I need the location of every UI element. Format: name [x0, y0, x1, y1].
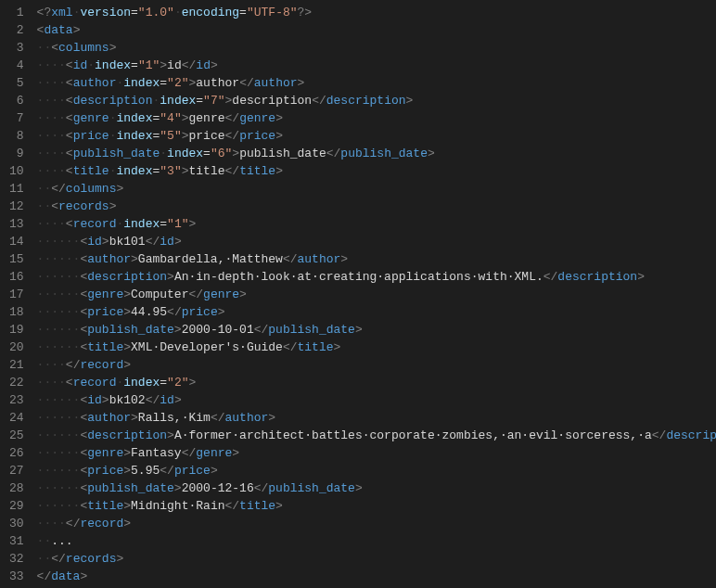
xml-text: price	[189, 129, 225, 143]
code-line[interactable]: ······<price>44.95</price>	[37, 303, 716, 321]
xml-pi-close: ?>	[298, 6, 313, 19]
xml-tag-close: description	[326, 94, 406, 108]
indent-whitespace: ····	[37, 517, 66, 530]
code-line[interactable]: ····<record·index="1">	[37, 215, 716, 233]
xml-tag-open: data	[44, 23, 72, 37]
line-number: 13	[9, 215, 24, 233]
code-line[interactable]: ····</record>	[37, 356, 716, 374]
xml-tag-close: price	[174, 464, 211, 478]
code-line[interactable]: ······<id>bk102</id>	[37, 391, 716, 409]
xml-tag-close: records	[66, 552, 117, 566]
xml-tag-open: description	[87, 428, 167, 442]
line-number: 22	[9, 374, 24, 391]
line-number: 30	[9, 515, 24, 532]
code-line[interactable]: ······<description>An·in-depth·look·at·c…	[37, 268, 716, 286]
xml-tag-close: price	[182, 305, 218, 319]
code-line[interactable]: ······<title>XML·Developer's·Guide</titl…	[37, 339, 716, 356]
code-content[interactable]: <?xml·version="1.0"·encoding="UTF-8"?><d…	[37, 0, 716, 588]
xml-tag-open: id	[87, 235, 102, 249]
indent-whitespace: ······	[37, 270, 81, 284]
xml-tag-open: records	[58, 199, 109, 213]
xml-tag-close: genre	[239, 111, 275, 125]
indent-whitespace: ······	[37, 323, 81, 337]
indent-whitespace: ····	[37, 58, 66, 72]
code-editor[interactable]: 1234567891011121314151617181920212223242…	[0, 0, 716, 588]
xml-tag-open: author	[73, 76, 117, 90]
code-line[interactable]: ······<id>bk101</id>	[37, 233, 716, 250]
line-number: 25	[9, 427, 24, 444]
line-number: 17	[9, 286, 24, 303]
line-number: 8	[9, 127, 24, 145]
xml-text: 2000-10-01	[182, 323, 254, 337]
xml-attr-value: "4"	[160, 111, 181, 125]
code-line[interactable]: ··<columns>	[37, 39, 716, 57]
xml-text: Ralls,·Kim	[138, 411, 211, 425]
code-line[interactable]: ······<genre>Computer</genre>	[37, 286, 716, 303]
xml-text: 5.95	[131, 464, 160, 478]
indent-whitespace: ······	[37, 340, 81, 354]
xml-text: author	[196, 76, 239, 90]
code-line[interactable]: ··</columns>	[37, 180, 716, 198]
code-line[interactable]: ······<publish_date>2000-10-01</publish_…	[37, 321, 716, 339]
xml-text: An·in-depth·look·at·creating·application…	[174, 270, 543, 284]
xml-attr-name: index	[123, 217, 160, 231]
line-number: 12	[9, 198, 24, 215]
code-line[interactable]: ····<genre·index="4">genre</genre>	[37, 109, 716, 127]
code-line[interactable]: ····<publish_date·index="6">publish_date…	[37, 145, 716, 162]
indent-whitespace: ····	[37, 164, 66, 178]
xml-tag-close: publish_date	[268, 481, 355, 495]
code-line[interactable]: <data>	[37, 21, 716, 39]
indent-whitespace: ····	[37, 217, 66, 231]
code-line[interactable]: ····<id·index="1">id</id>	[37, 57, 716, 74]
xml-tag-open: publish_date	[87, 323, 174, 337]
xml-tag-open: genre	[73, 111, 109, 125]
code-line[interactable]: ····<author·index="2">author</author>	[37, 74, 716, 92]
xml-text: bk101	[109, 235, 146, 249]
line-number: 23	[9, 391, 24, 409]
xml-tag-close: description	[557, 270, 637, 284]
code-line[interactable]: ······<author>Gambardella,·Matthew</auth…	[37, 250, 716, 268]
xml-tag-close: record	[80, 358, 123, 372]
indent-whitespace: ··	[37, 534, 52, 548]
code-line[interactable]: ····<title·index="3">title</title>	[37, 162, 716, 180]
xml-attr-value: "UTF-8"	[247, 6, 298, 19]
indent-whitespace: ······	[37, 446, 81, 460]
indent-whitespace: ······	[37, 481, 81, 495]
indent-whitespace: ··	[37, 199, 52, 213]
xml-tag-close: publish_date	[340, 147, 428, 160]
xml-tag-close: author	[224, 411, 268, 425]
code-line[interactable]: ····<price·index="5">price</price>	[37, 127, 716, 145]
indent-whitespace: ··	[37, 552, 52, 566]
code-line[interactable]: <?xml·version="1.0"·encoding="UTF-8"?>	[37, 4, 716, 21]
xml-attr-name: index	[95, 58, 131, 72]
code-line[interactable]: ······<genre>Fantasy</genre>	[37, 444, 716, 462]
xml-tag-open: price	[73, 129, 109, 143]
code-line[interactable]: ······<author>Ralls,·Kim</author>	[37, 409, 716, 427]
code-line[interactable]: ··</records>	[37, 550, 716, 568]
xml-tag-close: columns	[66, 182, 117, 196]
code-line[interactable]: ······<publish_date>2000-12-16</publish_…	[37, 479, 716, 497]
xml-tag-open: publish_date	[87, 481, 174, 495]
indent-whitespace: ······	[37, 235, 81, 249]
code-line[interactable]: </data>	[37, 568, 716, 585]
xml-tag-close: title	[239, 164, 275, 178]
code-line[interactable]: ····</record>	[37, 515, 716, 532]
line-number: 31	[9, 532, 24, 550]
xml-tag-open: author	[87, 411, 131, 425]
xml-attr-name: index	[116, 111, 152, 125]
code-line[interactable]: ······<title>Midnight·Rain</title>	[37, 497, 716, 515]
code-line[interactable]: ······<price>5.95</price>	[37, 462, 716, 479]
xml-tag-open: genre	[87, 446, 123, 460]
xml-attr-value: "1"	[138, 58, 160, 72]
xml-attr-value: "6"	[211, 147, 232, 160]
xml-text: publish_date	[239, 147, 326, 160]
xml-attr-value: "1"	[167, 217, 188, 231]
line-number: 26	[9, 444, 24, 462]
code-line[interactable]: ··<records>	[37, 198, 716, 215]
code-line[interactable]: ··...	[37, 532, 716, 550]
code-line[interactable]: ······<description>A·former·architect·ba…	[37, 427, 716, 444]
xml-attr-name: index	[116, 164, 152, 178]
xml-text: Computer	[131, 288, 188, 301]
code-line[interactable]: ····<description·index="7">description</…	[37, 92, 716, 109]
code-line[interactable]: ····<record·index="2">	[37, 374, 716, 391]
